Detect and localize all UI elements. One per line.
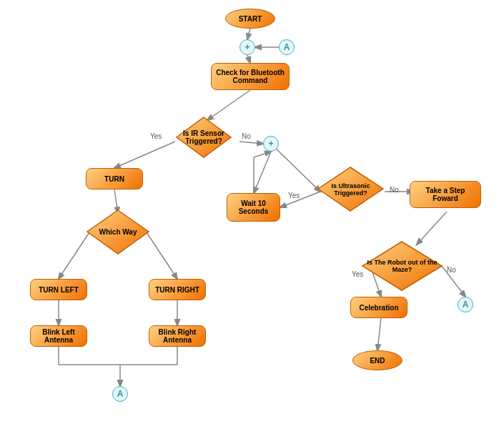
- bluetooth-node: Check for Bluetooth Command: [211, 63, 290, 90]
- flowchart: START + A Check for Bluetooth Command Is…: [0, 0, 504, 434]
- connector-a2: A: [112, 386, 128, 402]
- svg-line-4: [114, 142, 175, 168]
- turnright-node: TURN RIGHT: [149, 279, 206, 300]
- maze-no-label: No: [447, 266, 456, 274]
- wait10-node: Wait 10 Seconds: [227, 193, 280, 222]
- svg-line-5: [239, 142, 263, 144]
- connector-a3: A: [458, 297, 473, 312]
- plus2-connector: +: [263, 136, 279, 152]
- ultra-no-label: No: [390, 186, 399, 194]
- svg-line-25: [377, 318, 381, 350]
- blinkright-node: Blink Right Antenna: [149, 325, 206, 347]
- svg-line-1: [247, 55, 250, 63]
- ultra-yes-label: Yes: [288, 192, 300, 199]
- svg-line-10: [280, 192, 320, 207]
- ir-no-label: No: [242, 132, 251, 140]
- svg-line-6: [271, 144, 320, 192]
- svg-line-14: [59, 232, 89, 279]
- takestep-node: Take a Step Foward: [410, 181, 481, 208]
- svg-line-15: [147, 232, 177, 279]
- end-node: END: [352, 350, 402, 370]
- turn-node: TURN: [86, 168, 143, 189]
- connector-a1: A: [279, 39, 295, 55]
- outmaze-diamond: Is The Robot out of the Maze?: [361, 240, 443, 292]
- maze-yes-label: Yes: [352, 270, 363, 278]
- svg-line-7: [254, 152, 271, 193]
- ultrasonic-diamond: Is Ultrasonic Triggered?: [317, 166, 385, 212]
- plus1-connector: +: [239, 39, 255, 55]
- ir-yes-label: Yes: [150, 132, 162, 140]
- whichway-diamond: Which Way: [86, 209, 150, 255]
- ir-diamond: Is IR Sensor Triggered?: [175, 116, 232, 159]
- svg-line-0: [247, 29, 250, 39]
- celebration-node: Celebration: [350, 297, 407, 318]
- turnleft-node: TURN LEFT: [30, 279, 87, 300]
- start-node: START: [225, 9, 275, 29]
- svg-line-9: [254, 152, 271, 157]
- blinkleft-node: Blink Left Antenna: [30, 325, 87, 347]
